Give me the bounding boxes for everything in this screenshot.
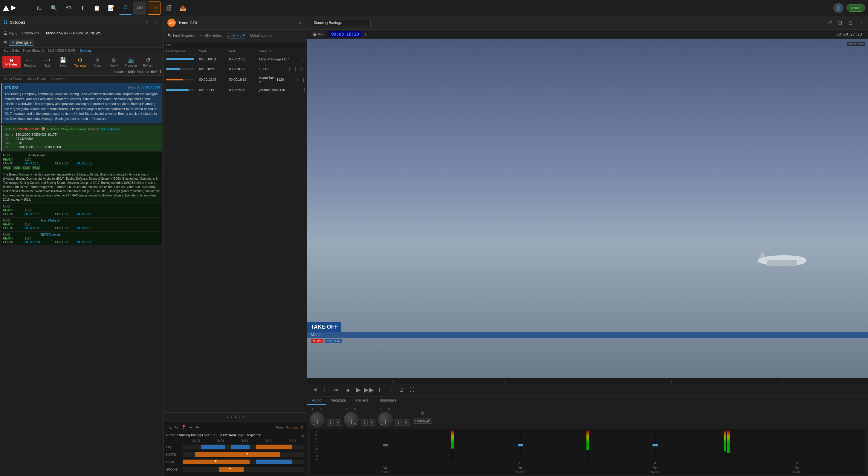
- ch3-s-btn[interactable]: S: [395, 419, 402, 426]
- traco-badge: traco: [846, 4, 865, 12]
- previous-btn[interactable]: ⟵ Previous: [22, 56, 38, 68]
- menu-btn[interactable]: ☰: [4, 41, 7, 45]
- tab-audio[interactable]: Audio: [307, 396, 326, 405]
- pc-mark-out-btn[interactable]: ⊣: [386, 386, 395, 394]
- tl-tracks: Eng HORNI LISTA: [166, 444, 305, 473]
- pc-rewind-btn[interactable]: ⏮: [332, 386, 341, 394]
- boeings-tab[interactable]: ✏ Boeings ▾: [9, 39, 33, 46]
- upload-nav-btn[interactable]: ⬆: [76, 1, 89, 14]
- technical-btn[interactable]: ⚙ Technical: [71, 56, 89, 68]
- ch3-m-btn[interactable]: M: [403, 419, 409, 426]
- gfx-last-page-btn[interactable]: »: [242, 415, 245, 419]
- tab-markers[interactable]: Markers: [351, 396, 373, 405]
- gfx-metacaptions[interactable]: MetaCaptions: [250, 32, 272, 39]
- script-nav-btn[interactable]: 📝: [104, 1, 118, 14]
- tl-sync-btn[interactable]: ↻: [174, 424, 179, 430]
- gfx-find-graphics[interactable]: 🔍 Find Graphics: [167, 32, 195, 39]
- gfx-bracket-l-2[interactable]: [: [293, 66, 299, 72]
- tl-redo-btn[interactable]: ↪: [195, 424, 200, 430]
- pc-bracket-btn[interactable]: ⊡: [397, 386, 405, 394]
- fader-handle-2[interactable]: [518, 444, 523, 446]
- bins-nav-btn[interactable]: 📋: [90, 1, 103, 14]
- view-toggle-btn[interactable]: ⊞: [836, 19, 844, 27]
- tc-in-out: {: [365, 32, 366, 36]
- search-nav-btn[interactable]: 🔍: [47, 1, 60, 14]
- tl-settings-btn[interactable]: ⚙: [300, 424, 305, 430]
- save-btn[interactable]: 💾 Save: [55, 56, 70, 68]
- gfx-bracket-r-4[interactable]: ]: [302, 87, 307, 93]
- user-avatar[interactable]: 👤: [833, 3, 843, 13]
- ch2-s-btn[interactable]: S: [361, 419, 368, 426]
- gfx-expand-2[interactable]: ›: [281, 66, 286, 72]
- gfx-nav-btn[interactable]: GFX: [148, 1, 161, 14]
- ch1-m-btn[interactable]: M: [335, 419, 341, 426]
- panel-close-btn[interactable]: ✕: [153, 19, 160, 26]
- pc-mark-btn[interactable]: [: [375, 386, 384, 394]
- refresh-right-btn[interactable]: ↺: [826, 19, 834, 27]
- gfx-first-page-btn[interactable]: «: [226, 415, 228, 419]
- nav-right: 👤 traco: [833, 3, 865, 13]
- octopus-nav-btn[interactable]: Ω: [119, 1, 132, 14]
- pc-play-fwd-btn[interactable]: ▶▶: [365, 386, 373, 394]
- gfx-bracket-l-3[interactable]: [: [307, 77, 307, 83]
- breadcrumb-rundowns[interactable]: Rundowns: [22, 31, 39, 35]
- ch2-m-btn[interactable]: M: [369, 419, 375, 426]
- knob-ch2[interactable]: R: [344, 412, 359, 427]
- gfx-actions-4: › ] [ ✈: [296, 87, 307, 93]
- fader-rail-2[interactable]: [520, 430, 521, 460]
- breadcrumb-show[interactable]: Traco-Show #1 - BUSINESS NEWS: [44, 31, 101, 35]
- fader-rail-1[interactable]: [385, 430, 386, 460]
- new-btn[interactable]: ⊕ New ▾: [106, 56, 121, 68]
- close-btn[interactable]: ✕ Close: [90, 56, 105, 68]
- gfx-next-page-btn[interactable]: ›: [239, 415, 240, 419]
- tl-label-btn[interactable]: TL: [166, 424, 172, 430]
- gfx-expand-4[interactable]: ›: [296, 87, 301, 93]
- knob-ch3[interactable]: L: [378, 412, 393, 427]
- refresh-btn[interactable]: ↺ Refresh: [141, 56, 156, 68]
- gfx-prev-page-btn[interactable]: ‹: [231, 415, 232, 419]
- next-btn[interactable]: ⟶ Next: [39, 56, 54, 68]
- gfx-editor[interactable]: ✏ GFX Editor: [200, 32, 222, 39]
- tc-selector[interactable]: 🖥 m ▾: [311, 31, 325, 37]
- gfx-close-btn[interactable]: ✕: [296, 19, 303, 26]
- pc-full-btn[interactable]: ⛶: [408, 386, 416, 394]
- video-nav-btn[interactable]: 🎬: [162, 1, 175, 14]
- gfx-expand-1[interactable]: ›: [300, 56, 305, 62]
- gfx-list[interactable]: ☰ GFX List: [227, 32, 245, 39]
- fader-handle-3[interactable]: [652, 444, 658, 446]
- tl-power-btn[interactable]: ⏻: [301, 433, 305, 437]
- pc-monitor-btn[interactable]: 🖥: [311, 386, 319, 394]
- info-icon[interactable]: ℹ: [160, 70, 161, 73]
- gfx-bracket-r-3[interactable]: ]: [301, 77, 306, 83]
- expand-right-btn[interactable]: ⇥: [856, 19, 864, 27]
- hamburger-icon: ☰: [4, 41, 7, 45]
- stereo-btn[interactable]: Stereo 🔊: [413, 418, 432, 424]
- prompter-btn[interactable]: 📺 Prompter: [122, 56, 139, 68]
- ch1-s-btn[interactable]: S: [327, 419, 334, 426]
- panel-maximize-btn[interactable]: ⊡: [143, 19, 150, 26]
- tab-metadata[interactable]: Metadata: [326, 396, 351, 405]
- tags-nav-btn[interactable]: 🏷: [62, 1, 75, 14]
- fader-rail-3[interactable]: [655, 430, 656, 460]
- status-btn[interactable]: N N Status: [2, 56, 21, 68]
- timecode-display[interactable]: 00:00:16:10: [329, 31, 361, 37]
- tl-octopus-label[interactable]: Octopus: [285, 425, 298, 429]
- tl-undo-btn[interactable]: ↩: [189, 424, 193, 430]
- tab-thumbnails[interactable]: Thumbnails: [373, 396, 401, 405]
- fader-handle-1[interactable]: [383, 444, 388, 446]
- grid-view-btn[interactable]: ⊡: [846, 19, 854, 27]
- search-input[interactable]: [311, 19, 371, 26]
- tl-pin-btn[interactable]: 📍: [181, 424, 187, 430]
- md-nav-btn[interactable]: MD: [133, 1, 147, 14]
- gfx-expand-3[interactable]: ›: [294, 77, 300, 83]
- pc-mark-in-btn[interactable]: ⊢: [321, 386, 330, 394]
- breadcrumb-menu[interactable]: ☰ Menu: [4, 31, 17, 36]
- gfx-bracket-r-1[interactable]: ]: [306, 56, 307, 62]
- folder-nav-btn[interactable]: 🗂: [33, 1, 46, 14]
- knob-ch1[interactable]: L: [310, 412, 324, 427]
- share-nav-btn[interactable]: 📤: [176, 1, 189, 14]
- gfx-bracket-r-2[interactable]: ]: [287, 66, 292, 72]
- gfx-send-2[interactable]: ✈: [299, 66, 305, 72]
- pc-play-btn[interactable]: ▶: [354, 386, 362, 394]
- pc-step-back-btn[interactable]: ◀: [343, 386, 351, 394]
